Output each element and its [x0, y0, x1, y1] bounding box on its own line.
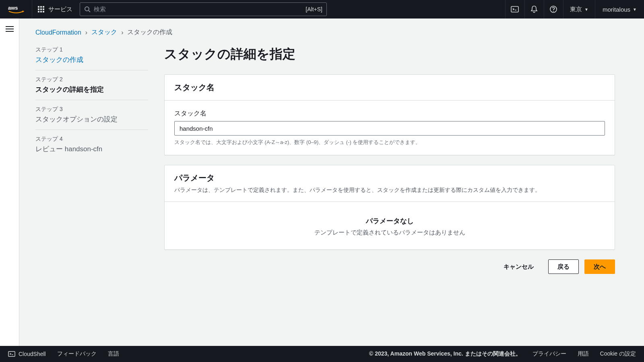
- region-selector[interactable]: 東京 ▼: [563, 0, 595, 19]
- step-title: レビュー handson-cfn: [35, 144, 148, 154]
- svg-point-6: [553, 11, 554, 12]
- stack-name-hint: スタック名では、大文字および小文字 (A-Z～a-z)、数字 (0–9)、ダッシ…: [174, 139, 605, 146]
- search-placeholder: 検索: [94, 6, 305, 13]
- step-label: ステップ 4: [35, 136, 148, 143]
- bell-icon: [530, 5, 538, 13]
- status-bar: CloudShell フィードバック 言語 © 2023, Amazon Web…: [0, 346, 644, 362]
- aws-logo[interactable]: aws: [0, 0, 32, 19]
- terms-link[interactable]: 用語: [578, 350, 589, 358]
- cancel-button[interactable]: キャンセル: [495, 259, 543, 274]
- help-button[interactable]: [544, 0, 563, 19]
- notifications-button[interactable]: [524, 0, 544, 19]
- step-title: スタックの作成: [35, 55, 148, 64]
- wizard-step-1[interactable]: ステップ 1 スタックの作成: [35, 45, 148, 70]
- services-menu[interactable]: サービス: [32, 6, 78, 13]
- stack-name-input[interactable]: [174, 121, 605, 136]
- wizard-step-4: ステップ 4 レビュー handson-cfn: [35, 130, 148, 159]
- svg-text:aws: aws: [8, 5, 18, 11]
- back-button[interactable]: 戻る: [548, 259, 579, 274]
- parameters-empty-subtitle: テンプレートで定義されているパラメータはありません: [174, 229, 605, 237]
- language-link[interactable]: 言語: [108, 350, 119, 358]
- global-search[interactable]: 検索 [Alt+S]: [80, 2, 327, 16]
- breadcrumb: CloudFormation › スタック › スタックの作成: [35, 28, 615, 37]
- caret-down-icon: ▼: [633, 7, 637, 12]
- services-label: サービス: [48, 6, 72, 13]
- breadcrumb-current: スタックの作成: [127, 28, 172, 37]
- parameters-panel-subtitle: パラメータは、テンプレートで定義されます。また、パラメータを使用すると、スタック…: [174, 186, 605, 194]
- search-icon: [84, 6, 91, 12]
- top-nav: aws サービス 検索 [Alt+S] 東京 ▼ moritalous ▼: [0, 0, 644, 19]
- step-title: スタックオプションの設定: [35, 115, 148, 124]
- cloudshell-icon: [8, 350, 15, 358]
- chevron-right-icon: ›: [85, 29, 87, 36]
- breadcrumb-root[interactable]: CloudFormation: [35, 29, 81, 36]
- region-label: 東京: [570, 6, 582, 13]
- feedback-link[interactable]: フィードバック: [57, 350, 97, 358]
- cloudshell-label: CloudShell: [19, 351, 46, 357]
- parameters-panel: パラメータ パラメータは、テンプレートで定義されます。また、パラメータを使用する…: [164, 165, 615, 250]
- privacy-link[interactable]: プライバシー: [533, 350, 566, 358]
- wizard-step-2: ステップ 2 スタックの詳細を指定: [35, 70, 148, 100]
- search-shortcut: [Alt+S]: [305, 6, 322, 12]
- hamburger-icon: [6, 26, 14, 32]
- caret-down-icon: ▼: [584, 7, 588, 12]
- hamburger-menu[interactable]: [6, 26, 14, 346]
- page-title: スタックの詳細を指定: [164, 45, 615, 63]
- account-menu[interactable]: moritalous ▼: [595, 0, 644, 19]
- cloudshell-button[interactable]: [505, 0, 524, 19]
- cloudshell-icon: [511, 5, 519, 13]
- chevron-right-icon: ›: [121, 29, 123, 36]
- svg-rect-3: [511, 6, 518, 12]
- step-label: ステップ 3: [35, 106, 148, 113]
- parameters-empty-title: パラメータなし: [174, 216, 605, 226]
- stack-name-panel-title: スタック名: [174, 82, 605, 93]
- wizard-step-3: ステップ 3 スタックオプションの設定: [35, 100, 148, 130]
- svg-point-1: [85, 7, 89, 11]
- cloudshell-link[interactable]: CloudShell: [8, 350, 46, 358]
- step-label: ステップ 1: [35, 46, 148, 53]
- breadcrumb-stacks[interactable]: スタック: [91, 28, 117, 37]
- side-rail: [0, 19, 19, 346]
- svg-line-2: [89, 10, 90, 12]
- stack-name-panel: スタック名 スタック名 スタック名では、大文字および小文字 (A-Z～a-z)、…: [164, 74, 615, 155]
- step-title: スタックの詳細を指定: [35, 85, 148, 94]
- cookie-settings-link[interactable]: Cookie の設定: [600, 350, 636, 358]
- svg-rect-10: [8, 352, 15, 357]
- user-label: moritalous: [603, 6, 630, 13]
- stack-name-label: スタック名: [174, 109, 605, 118]
- wizard-steps: ステップ 1 スタックの作成 ステップ 2 スタックの詳細を指定 ステップ 3 …: [35, 45, 148, 274]
- help-icon: [549, 5, 557, 13]
- grid-icon: [38, 6, 44, 12]
- wizard-actions: キャンセル 戻る 次へ: [164, 259, 615, 274]
- parameters-panel-title: パラメータ: [174, 173, 605, 183]
- copyright-text: © 2023, Amazon Web Services, Inc. またはその関…: [369, 350, 521, 358]
- step-label: ステップ 2: [35, 76, 148, 83]
- next-button[interactable]: 次へ: [584, 259, 615, 274]
